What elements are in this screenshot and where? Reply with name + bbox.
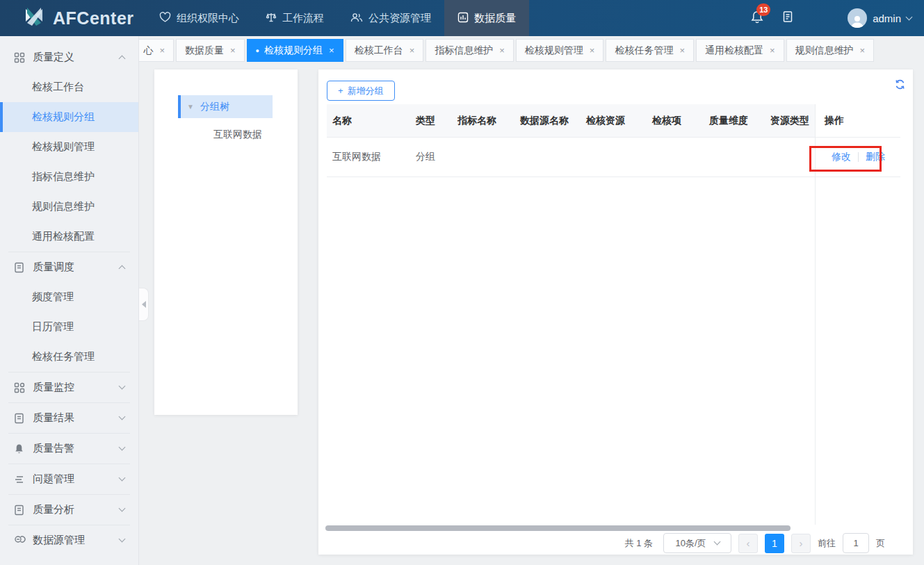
close-icon[interactable]: × [410,45,415,56]
caret-down-icon[interactable]: ▼ [187,103,194,110]
next-arrow-icon: › [800,537,803,549]
sidebar-item-check-rule-group[interactable]: 检核规则分组 [0,102,138,132]
sidebar-item-frequency-mgmt[interactable]: 频度管理 [0,282,138,312]
sidebar-item-calendar-mgmt[interactable]: 日历管理 [0,312,138,342]
cell-actions: 修改 删除 [815,138,900,177]
chevron-down-icon [119,444,126,451]
sidebar-group-quality-definition[interactable]: 质量定义 [0,42,138,72]
sidebar-group-quality-analysis[interactable]: 质量分析 [0,495,138,525]
avatar [848,8,867,28]
rule-group-table: 名称 类型 指标名称 数据源名称 检核资源 检核项 质量维度 资源类型 操作 互… [327,104,900,177]
nav-item-label: 组织权限中心 [177,12,239,25]
sidebar-group-quality-result[interactable]: 质量结果 [0,403,138,433]
delete-link[interactable]: 删除 [859,151,892,163]
sidebar-item-label: 检核任务管理 [32,350,95,363]
refresh-icon[interactable] [894,79,906,93]
tab-check-workbench[interactable]: 检核工作台 × [346,39,424,62]
close-icon[interactable]: × [499,45,505,56]
tab-check-rule-group[interactable]: ● 检核规则分组 × [247,39,343,62]
sidebar-group-label: 质量结果 [33,411,74,425]
nav-item-label: 工作流程 [282,12,324,25]
sidebar-item-label: 检核工作台 [32,81,84,94]
document-icon [14,505,26,516]
column-header-actions: 操作 [815,104,900,137]
page-size-select[interactable]: 10条/页 [663,533,731,553]
sidebar-item-rule-info[interactable]: 规则信息维护 [0,192,138,222]
plus-icon: + [338,85,343,96]
add-group-button[interactable]: + 新增分组 [327,81,395,101]
column-header-type: 类型 [410,104,452,137]
log-button[interactable] [782,10,793,26]
sidebar-group-quality-schedule[interactable]: 质量调度 [0,252,138,282]
tree-node-internet-data[interactable]: 互联网数据 [213,129,298,141]
sidebar: 质量定义 检核工作台 检核规则分组 检核规则管理 指标信息维护 规则信息维护 通… [0,36,139,565]
close-icon[interactable]: × [770,45,775,56]
sidebar-item-general-check-config[interactable]: 通用检核配置 [0,222,138,252]
table-row[interactable]: 互联网数据 分组 修改 删除 [327,138,900,177]
sidebar-group-quality-alert[interactable]: 质量告警 [0,434,138,464]
sidebar-item-check-workbench[interactable]: 检核工作台 [0,72,138,102]
cell-type: 分组 [410,138,452,177]
close-icon[interactable]: × [679,45,685,56]
tab-check-rule-mgmt[interactable]: 检核规则管理 × [516,39,604,62]
tab-general-check-config[interactable]: 通用检核配置 × [696,39,784,62]
nav-item-public-resources[interactable]: 公共资源管理 [337,0,444,36]
close-icon[interactable]: × [230,45,236,56]
chevron-down-icon [119,383,126,390]
sidebar-group-label: 质量定义 [33,51,74,64]
next-page-button[interactable]: › [791,534,811,553]
page-size-value: 10条/页 [675,537,706,550]
sidebar-collapse-handle[interactable] [139,288,149,321]
goto-page-input[interactable] [843,533,869,553]
tab-indicator-info[interactable]: 指标信息维护 × [425,39,514,62]
tree-node-root[interactable]: ▼ 分组树 [178,95,273,118]
content-panel: + 新增分组 名称 类型 指标名称 数据源名称 检核资源 检核项 质量维度 资源… [318,69,913,555]
current-page-button[interactable]: 1 [765,534,784,553]
navbar-right: 13 admin [750,0,924,36]
nav-item-label: 数据质量 [474,12,516,25]
nav-item-workflow[interactable]: 工作流程 [252,0,337,36]
tab-rule-info[interactable]: 规则信息维护 × [786,39,875,62]
tab-label: 数据质量 [185,44,224,57]
nav-item-data-quality[interactable]: 数据质量 [444,0,529,36]
sidebar-item-label: 频度管理 [32,290,74,304]
nav-item-org-center[interactable]: 组织权限中心 [146,0,252,36]
nav-item-label: 公共资源管理 [368,12,431,25]
sidebar-item-check-rule-mgmt[interactable]: 检核规则管理 [0,132,138,162]
chevron-down-icon [119,536,126,543]
sidebar-group-issue-mgmt[interactable]: 问题管理 [0,464,138,494]
close-icon[interactable]: × [590,45,595,56]
notifications-button[interactable]: 13 [750,10,764,27]
sidebar-item-indicator-info[interactable]: 指标信息维护 [0,162,138,192]
tab-org-center-partial[interactable]: 心 × [139,39,174,62]
heart-icon [159,12,171,25]
fixed-column-border [815,177,816,525]
bell-icon [14,443,26,455]
sidebar-group-label: 数据源管理 [33,534,85,547]
prev-arrow-icon: ‹ [747,537,750,549]
tab-label: 心 [143,44,153,57]
sidebar-group-quality-monitor[interactable]: 质量监控 [0,372,138,402]
close-icon[interactable]: × [860,45,866,56]
close-icon[interactable]: × [159,45,165,56]
prev-page-button[interactable]: ‹ [738,534,758,553]
sidebar-group-datasource-mgmt[interactable]: 数据源管理 [0,525,138,555]
app-title: AFCenter [53,8,134,28]
column-header-check-resource: 检核资源 [581,104,647,137]
user-menu[interactable]: admin [848,8,911,28]
sidebar-item-label: 指标信息维护 [32,170,95,183]
horizontal-scrollbar[interactable] [325,525,791,531]
tab-data-quality[interactable]: 数据质量 × [176,39,245,62]
sidebar-item-check-task-mgmt[interactable]: 检核任务管理 [0,342,138,372]
sidebar-group-label: 质量告警 [33,442,74,455]
cell-datasource-name [514,138,581,177]
tab-label: 检核规则分组 [264,44,323,57]
top-menu: 组织权限中心 工作流程 公共资源管理 [146,0,529,36]
tab-label: 检核任务管理 [615,44,673,57]
close-icon[interactable]: × [329,45,334,56]
tab-check-task-mgmt[interactable]: 检核任务管理 × [606,39,694,62]
tab-label: 指标信息维护 [435,44,493,57]
tree-root-label: 分组树 [200,101,229,113]
sidebar-group-label: 质量分析 [33,503,74,516]
edit-link[interactable]: 修改 [825,151,858,163]
